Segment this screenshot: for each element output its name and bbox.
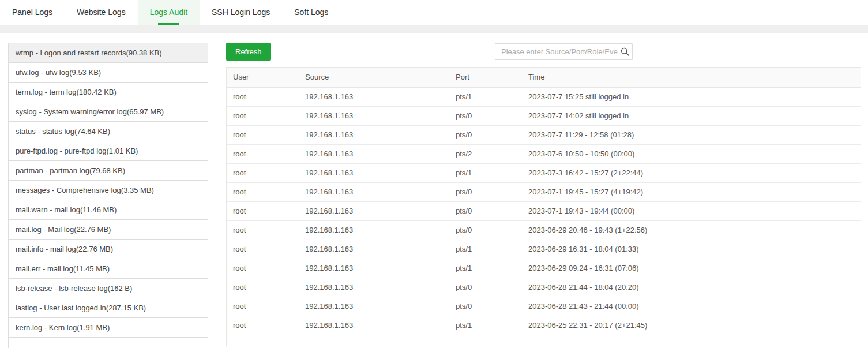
cell-time: 2023-07-1 19:43 - 19:44 (00:00)	[522, 201, 861, 220]
cell-time: 2023-06-25 22:31 - 20:17 (2+21:45)	[522, 316, 861, 335]
log-file-label: lastlog - User last logged in(287.15 KB)	[16, 304, 146, 312]
log-file-item[interactable]: term.log - term log(180.42 KB)	[9, 83, 208, 102]
log-file-label: kern.log - Kern log(1.91 MB)	[16, 323, 110, 332]
tab-website-logs[interactable]: Website Logs	[65, 0, 138, 25]
tab-soft-logs[interactable]: Soft Logs	[282, 0, 340, 25]
refresh-button[interactable]: Refresh	[226, 43, 271, 61]
cell-time: 2023-07-7 14:02 still logged in	[522, 106, 861, 125]
cell-port: pts/0	[449, 125, 522, 144]
log-file-item[interactable]: pure-ftpd.log - pure-ftpd log(1.01 KB)	[9, 141, 208, 161]
log-file-item[interactable]: ufw.log - ufw log(9.53 KB)	[9, 63, 208, 83]
log-detail-area: Refresh UserSourcePortTime root	[226, 43, 861, 346]
log-file-label: partman - partman log(79.68 KB)	[16, 166, 125, 175]
cell-port: pts/1	[449, 163, 522, 182]
cell-port: pts/1	[449, 87, 522, 106]
cell-port: pts/1	[449, 259, 522, 278]
cell-time: 2023-07-6 10:50 - 10:50 (00:00)	[522, 144, 861, 163]
log-file-item[interactable]: status - status log(74.64 KB)	[9, 122, 208, 141]
cell-port: pts/0	[449, 201, 522, 220]
cell-time: 2023-06-29 20:46 - 19:43 (1+22:56)	[522, 220, 861, 240]
log-file-item-partial	[9, 338, 208, 348]
cell-time: 2023-06-29 16:31 - 18:04 (01:33)	[522, 240, 861, 259]
table-row: root 192.168.1.163 pts/2 2023-07-6 10:50…	[227, 144, 861, 163]
cell-port: pts/1	[449, 240, 522, 259]
log-file-list: wtmp - Logon and restart records(90.38 K…	[8, 43, 208, 348]
search-input[interactable]	[495, 43, 633, 60]
cell-port: pts/2	[449, 144, 522, 163]
tab-label: Logs Audit	[150, 8, 187, 17]
cell-user: root	[227, 144, 299, 163]
log-file-label: ufw.log - ufw log(9.53 KB)	[16, 68, 101, 77]
log-file-label: syslog - System warning/error log(65.97 …	[16, 107, 164, 116]
tab-logs-audit[interactable]: Logs Audit	[138, 0, 200, 25]
log-file-label: mail.err - mail log(11.45 MB)	[16, 264, 110, 273]
log-file-item[interactable]: lsb-release - lsb-release log(162 B)	[9, 279, 208, 298]
table-row: root 192.168.1.163 pts/1 2023-06-25 22:3…	[227, 316, 861, 335]
cell-user: root	[227, 259, 299, 278]
log-file-label: mail.warn - mail log(11.46 MB)	[16, 205, 117, 214]
table-row: root 192.168.1.163 pts/0 2023-07-7 14:02…	[227, 106, 861, 125]
column-header-source: Source	[299, 68, 449, 87]
cell-port: pts/0	[449, 278, 522, 297]
table-header-row: UserSourcePortTime	[227, 68, 861, 87]
table-row: root 192.168.1.163 pts/1 2023-06-29 16:3…	[227, 240, 861, 259]
table-row: root 192.168.1.163 pts/0 2023-07-7 11:29…	[227, 125, 861, 144]
cell-time: 2023-07-3 16:42 - 15:27 (2+22:44)	[522, 163, 861, 182]
search-icon[interactable]	[620, 47, 630, 57]
logs-tabbar: Panel Logs Website Logs Logs Audit SSH L…	[0, 0, 868, 25]
cell-port: pts/1	[449, 316, 522, 335]
log-file-item[interactable]: mail.err - mail log(11.45 MB)	[9, 259, 208, 279]
cell-port: pts/0	[449, 220, 522, 240]
cell-source: 192.168.1.163	[299, 240, 449, 259]
log-file-item[interactable]: lastlog - User last logged in(287.15 KB)	[9, 298, 208, 318]
toolbar: Refresh	[226, 43, 861, 61]
table-row: root 192.168.1.163 pts/0 2023-06-29 20:4…	[227, 220, 861, 240]
log-file-item[interactable]: partman - partman log(79.68 KB)	[9, 161, 208, 181]
cell-user: root	[227, 125, 299, 144]
tab-label: Website Logs	[77, 8, 126, 17]
cell-time: 2023-07-1 19:45 - 15:27 (4+19:42)	[522, 182, 861, 201]
cell-time: 2023-06-28 21:43 - 21:44 (00:00)	[522, 297, 861, 316]
tab-label: Soft Logs	[294, 8, 328, 17]
cell-source: 192.168.1.163	[299, 297, 449, 316]
logs-audit-panel: wtmp - Logon and restart records(90.38 K…	[0, 33, 868, 348]
log-file-item[interactable]: mail.log - Mail log(22.76 MB)	[9, 220, 208, 240]
log-file-label: term.log - term log(180.42 KB)	[16, 88, 117, 96]
cell-source: 192.168.1.163	[299, 201, 449, 220]
cell-user: root	[227, 240, 299, 259]
cell-time: 2023-07-7 15:25 still logged in	[522, 87, 861, 106]
section-divider	[0, 25, 868, 33]
cell-user: root	[227, 163, 299, 182]
table-row: root 192.168.1.163 pts/1 2023-07-7 15:25…	[227, 87, 861, 106]
log-file-item[interactable]: syslog - System warning/error log(65.97 …	[9, 102, 208, 122]
log-file-item[interactable]: messages - Comprehensive log(3.35 MB)	[9, 181, 208, 200]
tab-label: Panel Logs	[12, 8, 52, 17]
log-file-item[interactable]: wtmp - Logon and restart records(90.38 K…	[9, 43, 208, 63]
table-row: root 192.168.1.163 pts/1 2023-07-3 16:42…	[227, 163, 861, 182]
cell-port: pts/0	[449, 182, 522, 201]
table-row: root 192.168.1.163 pts/1 2023-06-29 09:2…	[227, 259, 861, 278]
table-row-partial	[227, 335, 861, 346]
column-header-port: Port	[449, 68, 522, 87]
cell-user: root	[227, 220, 299, 240]
cell-time: 2023-06-29 09:24 - 16:31 (07:06)	[522, 259, 861, 278]
cell-port: pts/0	[449, 106, 522, 125]
cell-port: pts/0	[449, 297, 522, 316]
cell-source: 192.168.1.163	[299, 106, 449, 125]
table-row: root 192.168.1.163 pts/0 2023-07-1 19:45…	[227, 182, 861, 201]
tab-ssh-login-logs[interactable]: SSH Login Logs	[200, 0, 282, 25]
search-box	[495, 43, 633, 60]
cell-source: 192.168.1.163	[299, 87, 449, 106]
cell-user: root	[227, 201, 299, 220]
login-records-table: UserSourcePortTime root 192.168.1.163 pt…	[226, 67, 861, 346]
table-row: root 192.168.1.163 pts/0 2023-06-28 21:4…	[227, 278, 861, 297]
log-file-item[interactable]: kern.log - Kern log(1.91 MB)	[9, 318, 208, 338]
log-file-label: mail.log - Mail log(22.76 MB)	[16, 225, 111, 234]
tab-label: SSH Login Logs	[212, 8, 270, 17]
log-file-item[interactable]: mail.info - mail log(22.76 MB)	[9, 240, 208, 259]
log-file-item[interactable]: mail.warn - mail log(11.46 MB)	[9, 200, 208, 220]
tab-panel-logs[interactable]: Panel Logs	[0, 0, 65, 25]
cell-user: root	[227, 278, 299, 297]
cell-user: root	[227, 106, 299, 125]
log-file-label: lsb-release - lsb-release log(162 B)	[16, 284, 132, 293]
